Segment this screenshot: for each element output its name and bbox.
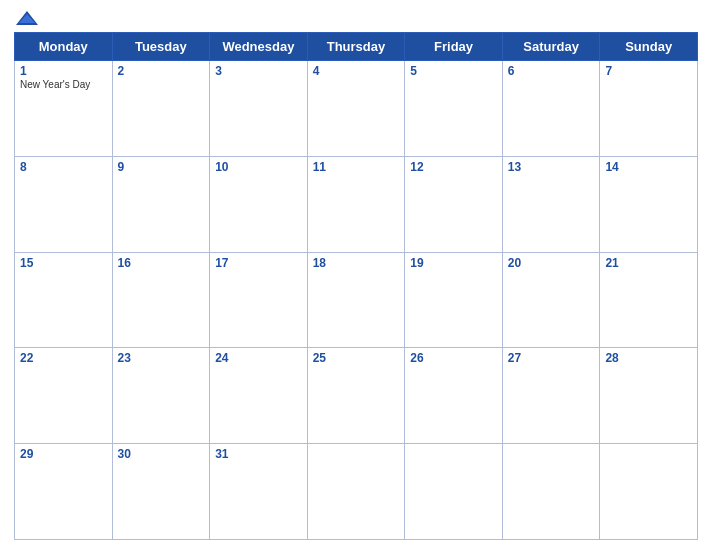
day-number: 31 bbox=[215, 447, 302, 461]
day-number: 22 bbox=[20, 351, 107, 365]
weekday-header: Monday bbox=[15, 33, 113, 61]
day-number: 3 bbox=[215, 64, 302, 78]
calendar-cell: 3 bbox=[210, 61, 308, 157]
day-number: 21 bbox=[605, 256, 692, 270]
calendar-cell: 10 bbox=[210, 156, 308, 252]
day-number: 6 bbox=[508, 64, 595, 78]
calendar-week-row: 22232425262728 bbox=[15, 348, 698, 444]
calendar-cell bbox=[405, 444, 503, 540]
calendar-cell: 25 bbox=[307, 348, 405, 444]
calendar-cell: 4 bbox=[307, 61, 405, 157]
calendar-cell: 1New Year's Day bbox=[15, 61, 113, 157]
day-number: 18 bbox=[313, 256, 400, 270]
day-number: 15 bbox=[20, 256, 107, 270]
weekday-header: Wednesday bbox=[210, 33, 308, 61]
calendar-cell: 20 bbox=[502, 252, 600, 348]
day-number: 2 bbox=[118, 64, 205, 78]
calendar-cell: 24 bbox=[210, 348, 308, 444]
calendar-cell: 16 bbox=[112, 252, 210, 348]
weekday-header: Tuesday bbox=[112, 33, 210, 61]
day-number: 28 bbox=[605, 351, 692, 365]
calendar-cell: 19 bbox=[405, 252, 503, 348]
calendar-cell: 29 bbox=[15, 444, 113, 540]
calendar-cell: 12 bbox=[405, 156, 503, 252]
calendar-cell: 2 bbox=[112, 61, 210, 157]
calendar-week-row: 891011121314 bbox=[15, 156, 698, 252]
calendar-cell: 18 bbox=[307, 252, 405, 348]
day-number: 17 bbox=[215, 256, 302, 270]
logo-icon bbox=[16, 10, 38, 26]
calendar-cell: 11 bbox=[307, 156, 405, 252]
calendar-cell: 22 bbox=[15, 348, 113, 444]
day-number: 10 bbox=[215, 160, 302, 174]
day-number: 23 bbox=[118, 351, 205, 365]
day-number: 9 bbox=[118, 160, 205, 174]
day-number: 30 bbox=[118, 447, 205, 461]
day-number: 1 bbox=[20, 64, 107, 78]
day-number: 11 bbox=[313, 160, 400, 174]
day-number: 4 bbox=[313, 64, 400, 78]
weekday-header: Sunday bbox=[600, 33, 698, 61]
weekday-header: Friday bbox=[405, 33, 503, 61]
day-number: 14 bbox=[605, 160, 692, 174]
calendar-cell: 30 bbox=[112, 444, 210, 540]
calendar-cell: 26 bbox=[405, 348, 503, 444]
calendar-cell: 8 bbox=[15, 156, 113, 252]
day-number: 24 bbox=[215, 351, 302, 365]
calendar-header bbox=[14, 10, 698, 26]
day-number: 29 bbox=[20, 447, 107, 461]
calendar-cell bbox=[307, 444, 405, 540]
calendar-table: MondayTuesdayWednesdayThursdayFridaySatu… bbox=[14, 32, 698, 540]
day-number: 27 bbox=[508, 351, 595, 365]
calendar-week-row: 15161718192021 bbox=[15, 252, 698, 348]
calendar-cell: 21 bbox=[600, 252, 698, 348]
calendar-cell bbox=[502, 444, 600, 540]
calendar-cell: 7 bbox=[600, 61, 698, 157]
calendar-cell: 6 bbox=[502, 61, 600, 157]
calendar-cell: 31 bbox=[210, 444, 308, 540]
day-number: 25 bbox=[313, 351, 400, 365]
day-number: 20 bbox=[508, 256, 595, 270]
day-number: 26 bbox=[410, 351, 497, 365]
calendar-page: MondayTuesdayWednesdayThursdayFridaySatu… bbox=[0, 0, 712, 550]
calendar-cell: 9 bbox=[112, 156, 210, 252]
calendar-cell: 27 bbox=[502, 348, 600, 444]
weekday-header: Saturday bbox=[502, 33, 600, 61]
calendar-cell: 13 bbox=[502, 156, 600, 252]
calendar-cell bbox=[600, 444, 698, 540]
calendar-cell: 28 bbox=[600, 348, 698, 444]
calendar-cell: 23 bbox=[112, 348, 210, 444]
holiday-label: New Year's Day bbox=[20, 79, 107, 90]
day-number: 8 bbox=[20, 160, 107, 174]
day-number: 5 bbox=[410, 64, 497, 78]
calendar-cell: 17 bbox=[210, 252, 308, 348]
logo bbox=[14, 10, 38, 26]
calendar-header-row: MondayTuesdayWednesdayThursdayFridaySatu… bbox=[15, 33, 698, 61]
day-number: 16 bbox=[118, 256, 205, 270]
calendar-cell: 15 bbox=[15, 252, 113, 348]
day-number: 12 bbox=[410, 160, 497, 174]
calendar-week-row: 1New Year's Day234567 bbox=[15, 61, 698, 157]
calendar-cell: 5 bbox=[405, 61, 503, 157]
day-number: 13 bbox=[508, 160, 595, 174]
calendar-cell: 14 bbox=[600, 156, 698, 252]
weekday-header: Thursday bbox=[307, 33, 405, 61]
calendar-week-row: 293031 bbox=[15, 444, 698, 540]
day-number: 7 bbox=[605, 64, 692, 78]
day-number: 19 bbox=[410, 256, 497, 270]
